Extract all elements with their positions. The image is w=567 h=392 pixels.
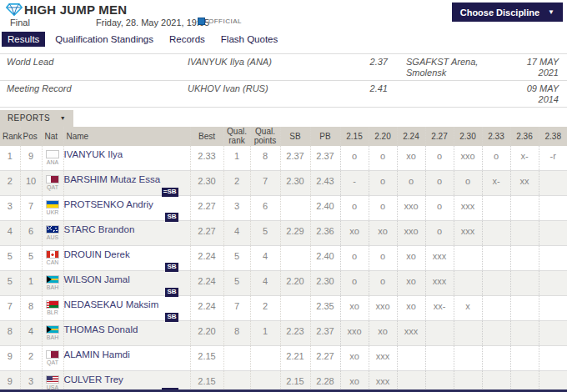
record-athlete[interactable]: IVANYUK Ilya (ANA) bbox=[188, 57, 364, 68]
pos-cell: 1 bbox=[20, 271, 42, 296]
best-cell: 2.20 bbox=[190, 321, 223, 346]
rank-cell: 8 bbox=[0, 321, 20, 346]
result-row: 92QATALAMIN Hamdi2.152.212.27xoxxx bbox=[0, 346, 567, 371]
result-row: 19ANAIVANYUK Ilya2.33182.372.37ooxooxxoo… bbox=[0, 146, 567, 171]
reports-bar: REPORTS ▼ bbox=[0, 110, 567, 127]
event-datetime: Friday, 28. May 2021, 19:05 bbox=[96, 18, 209, 28]
attempt-cell bbox=[482, 296, 510, 321]
athlete-name[interactable]: WILSON Jamal bbox=[64, 274, 130, 284]
sb-cell: 2.21 bbox=[280, 346, 310, 371]
season-best-badge: SB bbox=[165, 288, 178, 297]
athlete-name[interactable]: PROTSENKO Andriy bbox=[64, 199, 153, 209]
rank-cell: 7 bbox=[0, 296, 20, 321]
attempt-cell: xo bbox=[340, 296, 369, 321]
qual-rank-cell: 5 bbox=[223, 246, 250, 271]
nat-code: BAH bbox=[43, 334, 63, 341]
record-mark: 2.41 bbox=[364, 83, 388, 94]
attempt-cell: xxo bbox=[369, 296, 397, 321]
column-header-2-33: 2.33 bbox=[482, 127, 510, 146]
tab-qualification-standings[interactable]: Qualification Standings bbox=[49, 32, 159, 47]
attempt-cell: xo bbox=[397, 296, 425, 321]
event-header: HIGH JUMP MEN Final Friday, 28. May 2021… bbox=[0, 0, 567, 30]
rank-cell: 5 bbox=[0, 246, 20, 271]
best-cell: 2.24 bbox=[190, 246, 223, 271]
pb-cell: 2.27 bbox=[310, 346, 340, 371]
attempt-cell: xo bbox=[340, 221, 369, 246]
athlete-name[interactable]: NEDASEKAU Maksim bbox=[64, 299, 159, 309]
name-cell: THOMAS Donald bbox=[63, 321, 190, 346]
nat-cell: QAT bbox=[42, 171, 63, 196]
pos-cell: 6 bbox=[20, 221, 42, 246]
nat-code: UKR bbox=[43, 209, 63, 216]
pb-cell: 2.43 bbox=[310, 171, 340, 196]
attempt-cell bbox=[539, 246, 567, 271]
pos-cell: 7 bbox=[20, 196, 42, 221]
tab-flash-quotes[interactable]: Flash Quotes bbox=[215, 32, 284, 47]
qual-rank-cell: 4 bbox=[223, 221, 250, 246]
attempt-cell: xxo bbox=[397, 221, 425, 246]
record-date: 09 MAY 2014 bbox=[508, 83, 567, 105]
badge-wrap: SB bbox=[64, 310, 190, 319]
result-row: 84BAHTHOMAS Donald2.20812.232.37xxoxoxxx bbox=[0, 321, 567, 346]
record-date: 17 MAY 2021 bbox=[508, 57, 567, 78]
attempt-cell: xo bbox=[340, 346, 369, 371]
nat-cell: ANA bbox=[42, 146, 63, 171]
attempt-cell: o bbox=[369, 271, 397, 296]
nat-cell: QAT bbox=[42, 346, 63, 371]
athlete-name[interactable]: DROUIN Derek bbox=[64, 249, 130, 259]
best-cell: 2.15 bbox=[190, 346, 223, 371]
results-table: RankPosNatNameBestQual. rankQual. points… bbox=[0, 127, 567, 392]
athlete-name[interactable]: IVANYUK Ilya bbox=[64, 149, 123, 159]
flag-usa-icon bbox=[46, 375, 59, 384]
attempt-cell: xxx bbox=[454, 196, 482, 221]
pos-cell: 10 bbox=[20, 171, 42, 196]
record-venue: SGAFKST Arena, Smolensk bbox=[406, 57, 508, 78]
rank-cell: 2 bbox=[0, 171, 20, 196]
sb-cell: 2.30 bbox=[280, 171, 310, 196]
attempt-cell: o bbox=[369, 146, 397, 171]
qual-rank-cell: 3 bbox=[223, 196, 250, 221]
best-cell: 2.27 bbox=[190, 221, 223, 246]
choose-discipline-button[interactable]: Choose Discipline ▼ bbox=[452, 3, 563, 22]
record-athlete[interactable]: UKHOV Ivan (RUS) bbox=[188, 83, 364, 94]
nat-code: AUS bbox=[43, 234, 63, 241]
flag-ukr-icon bbox=[46, 200, 59, 209]
nat-code: QAT bbox=[43, 359, 63, 366]
choose-discipline-label: Choose Discipline bbox=[460, 8, 539, 18]
column-header-name: Name bbox=[63, 127, 190, 146]
nat-code: BAH bbox=[43, 284, 63, 291]
tab-results[interactable]: Results bbox=[2, 32, 45, 47]
qual-points-cell bbox=[250, 346, 280, 371]
pb-cell: 2.40 bbox=[310, 196, 340, 221]
qual-points-cell: 4 bbox=[250, 271, 280, 296]
chevron-down-icon: ▼ bbox=[548, 8, 554, 16]
season-best-badge: SB bbox=[165, 263, 178, 272]
attempt-cell: xo bbox=[397, 146, 425, 171]
record-mark: 2.37 bbox=[364, 57, 388, 68]
athlete-name[interactable]: STARC Brandon bbox=[64, 224, 135, 234]
qual-points-cell: 8 bbox=[250, 146, 280, 171]
athlete-name[interactable]: BARSHIM Mutaz Essa bbox=[64, 174, 161, 184]
qual-rank-cell: 8 bbox=[223, 321, 250, 346]
column-header-2-15: 2.15 bbox=[340, 127, 369, 146]
nat-cell: UKR bbox=[42, 196, 63, 221]
attempt-cell: o bbox=[369, 171, 397, 196]
tab-bar: Results Qualification Standings Records … bbox=[2, 32, 567, 50]
pb-cell: 2.35 bbox=[310, 296, 340, 321]
athlete-name[interactable]: ALAMIN Hamdi bbox=[64, 349, 130, 359]
athlete-name[interactable]: THOMAS Donald bbox=[64, 324, 138, 334]
sb-cell: 2.37 bbox=[280, 146, 310, 171]
pos-cell: 8 bbox=[20, 296, 42, 321]
attempt-cell: xxx bbox=[425, 246, 454, 271]
reports-dropdown-button[interactable]: REPORTS ▼ bbox=[0, 110, 73, 127]
attempt-cell: o bbox=[425, 146, 454, 171]
athlete-name[interactable]: CULVER Trey bbox=[64, 374, 123, 384]
tab-records[interactable]: Records bbox=[163, 32, 211, 47]
attempt-cell bbox=[539, 171, 567, 196]
rank-cell: 5 bbox=[0, 271, 20, 296]
attempt-cell: -r bbox=[539, 146, 567, 171]
flag-ana-icon bbox=[46, 150, 59, 158]
badge-wrap: SB bbox=[64, 260, 190, 269]
column-header-pb: PB bbox=[310, 127, 340, 146]
attempt-cell bbox=[510, 271, 539, 296]
